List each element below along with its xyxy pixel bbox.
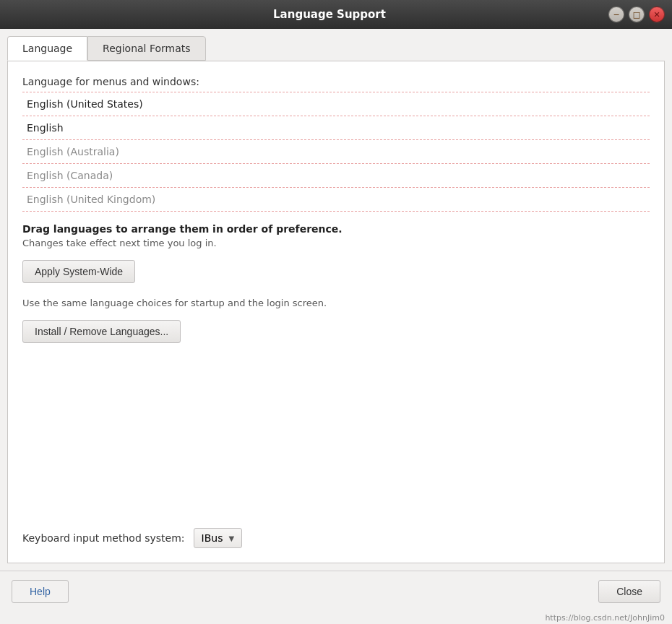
window: Language Support ─ □ ✕ Language Regional… <box>0 0 672 624</box>
minimize-icon: ─ <box>614 10 619 20</box>
tab-language[interactable]: Language <box>7 36 87 61</box>
drag-hint-sub: Changes take effect next time you log in… <box>22 238 650 248</box>
drag-hint-bold: Drag languages to arrange them in order … <box>22 223 650 235</box>
drag-hint: Drag languages to arrange them in order … <box>22 223 650 235</box>
keyboard-input-method-select[interactable]: IBus ▼ <box>194 528 243 548</box>
keyboard-row: Keyboard input method system: IBus ▼ <box>22 521 650 548</box>
keyboard-label: Keyboard input method system: <box>22 532 185 544</box>
list-item[interactable]: English <box>22 116 650 140</box>
watermark: https://blog.csdn.net/JohnJim0 <box>0 612 672 624</box>
close-dialog-button[interactable]: Close <box>598 580 660 603</box>
maximize-icon: □ <box>633 10 640 20</box>
maximize-button[interactable]: □ <box>629 6 645 22</box>
list-item[interactable]: English (Australia) <box>22 140 650 164</box>
install-remove-languages-button[interactable]: Install / Remove Languages... <box>22 320 181 343</box>
help-button[interactable]: Help <box>12 580 69 603</box>
chevron-down-icon: ▼ <box>228 534 234 542</box>
minimize-button[interactable]: ─ <box>608 6 624 22</box>
close-button[interactable]: ✕ <box>649 6 665 22</box>
titlebar: Language Support ─ □ ✕ <box>0 0 672 29</box>
language-list: English (United States) English English … <box>22 92 650 212</box>
close-icon: ✕ <box>653 10 660 20</box>
tab-regional-formats[interactable]: Regional Formats <box>87 36 205 61</box>
list-item[interactable]: English (United States) <box>22 92 650 116</box>
footer: Help Close <box>0 571 672 612</box>
keyboard-value: IBus <box>202 532 223 544</box>
window-title: Language Support <box>51 8 608 21</box>
footer-area: Help Close https://blog.csdn.net/JohnJim… <box>0 571 672 624</box>
apply-system-wide-button[interactable]: Apply System-Wide <box>22 260 135 283</box>
titlebar-controls: ─ □ ✕ <box>608 6 665 22</box>
tabs: Language Regional Formats <box>7 36 665 61</box>
list-item[interactable]: English (Canada) <box>22 164 650 188</box>
list-item[interactable]: English (United Kingdom) <box>22 188 650 212</box>
main-content: Language Regional Formats Language for m… <box>0 29 672 571</box>
language-section-label: Language for menus and windows: <box>22 76 650 87</box>
use-same-label: Use the same language choices for startu… <box>22 298 650 308</box>
tab-panel-language: Language for menus and windows: English … <box>7 61 665 563</box>
